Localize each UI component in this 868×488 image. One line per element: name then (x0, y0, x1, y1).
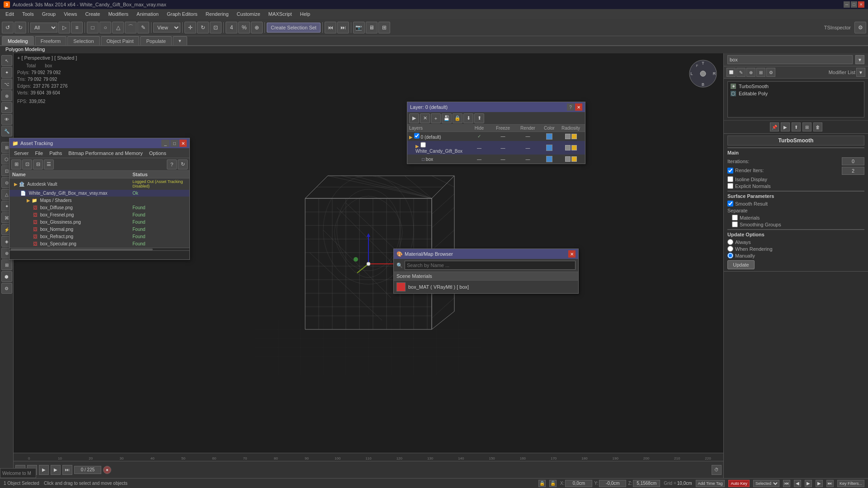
show-result-btn[interactable]: ⬆ (792, 122, 801, 131)
layer-color-gift-box[interactable] (540, 145, 558, 151)
menu-rendering[interactable]: Rendering (202, 10, 232, 18)
asset-row-glossiness[interactable]: 🖼 box_Glossiness.png Found (9, 219, 189, 226)
snap3-button[interactable]: ⊕ (251, 22, 263, 33)
redo-button[interactable]: ↻ (14, 22, 26, 33)
pin-stack-btn[interactable]: 📌 (770, 122, 779, 131)
mod-icon-2[interactable]: ✎ (736, 68, 745, 77)
tab-object-paint[interactable]: Object Paint (101, 36, 140, 45)
filter-select[interactable]: All (30, 23, 57, 33)
play-btn[interactable]: ▶ (39, 465, 49, 475)
modifier-turbosmooth[interactable]: ✦ TurboSmooth (729, 83, 863, 90)
select-name-button[interactable]: ≡ (71, 22, 83, 33)
menu-modifiers[interactable]: Modifiers (104, 10, 132, 18)
time-config-btn[interactable]: ⏱ (712, 465, 722, 475)
circ-sel-button[interactable]: ○ (99, 22, 111, 33)
mod-icon-4[interactable]: ⊞ (756, 68, 765, 77)
pb-end[interactable]: ⏭ (826, 480, 834, 487)
move-button[interactable]: ✛ (184, 22, 196, 33)
pb-start[interactable]: ⏮ (783, 480, 790, 487)
frame-input[interactable] (74, 466, 101, 474)
menu-create[interactable]: Create (81, 10, 104, 18)
mod-icon-3[interactable]: ⊕ (746, 68, 755, 77)
explicit-check[interactable] (727, 183, 733, 189)
asset-row-normal[interactable]: 🖼 box_Normal.png Found (9, 226, 189, 233)
modifier-editable-poly[interactable]: ⬡ Editable Poly (729, 90, 863, 97)
rect-sel-button[interactable]: □ (87, 22, 99, 33)
viewport-nav[interactable]: T R B L F (687, 58, 719, 89)
layer-tb-delete[interactable]: ✕ (420, 113, 430, 123)
render3-btn[interactable]: ⊞ (378, 22, 390, 33)
isoline-check[interactable] (727, 176, 733, 182)
keyframe-btn[interactable]: ● (103, 466, 111, 474)
scale-button[interactable]: ⊡ (210, 22, 222, 33)
next-frame-btn[interactable]: ⏭ (337, 22, 349, 33)
prev-frame-btn[interactable]: ⏮ (325, 22, 336, 33)
asset-row-fresnel[interactable]: 🖼 box_Fresnel.png Found (9, 211, 189, 219)
tab-modeling[interactable]: Modeling (2, 36, 34, 45)
asset-row-refract[interactable]: 🖼 box_Refract.png Found (9, 233, 189, 240)
menu-maxscript[interactable]: MAXScript (265, 10, 296, 18)
smoothing-groups-check[interactable] (732, 221, 738, 227)
asset-close-btn[interactable]: ✕ (179, 140, 187, 147)
show-end-btn[interactable]: ▶ (781, 122, 790, 131)
select-button[interactable]: ▷ (58, 22, 70, 33)
sidebar-select-btn[interactable]: ↖ (1, 55, 12, 66)
sidebar-motion-btn[interactable]: ▶ (1, 102, 12, 113)
menu-help[interactable]: Help (297, 10, 314, 18)
key-filters-btn[interactable]: Key Filters... (837, 480, 864, 487)
iterations-input[interactable] (842, 157, 864, 165)
mod-icon-5[interactable]: ⚙ (766, 68, 775, 77)
sidebar-util-btn[interactable]: 🔧 (1, 126, 12, 136)
sidebar-extra13-btn[interactable]: ⚙ (1, 283, 12, 294)
minimize-button[interactable]: ─ (844, 1, 850, 8)
z-input[interactable] (633, 480, 660, 487)
tab-freeform[interactable]: Freeform (35, 36, 67, 45)
layer-row-default[interactable]: ▶ 0 (default) ✓ — — (407, 132, 585, 141)
tab-selection[interactable]: Selection (67, 36, 99, 45)
asset-tb-help[interactable]: ? (167, 160, 177, 169)
layer-tb-down[interactable]: ⬇ (463, 113, 473, 123)
selected-dropdown[interactable]: Selected (753, 480, 779, 487)
asset-maximize-btn[interactable]: □ (170, 140, 179, 147)
asset-row-diffuse[interactable]: 🖼 box_Diffuse.png Found (9, 204, 189, 211)
menu-customize[interactable]: Customize (233, 10, 264, 18)
asset-menu-paths[interactable]: Paths (47, 150, 65, 157)
asset-menu-bitmap[interactable]: Bitmap Performance and Memory (66, 150, 145, 157)
x-input[interactable] (565, 480, 592, 487)
snap-button[interactable]: 4 (226, 22, 237, 33)
asset-row-specular[interactable]: 🖼 box_Specular.png Found (9, 240, 189, 248)
pb-prev[interactable]: ◀ (794, 480, 801, 487)
layer-check-gift-box[interactable] (420, 142, 426, 148)
materials-check[interactable] (732, 215, 738, 221)
asset-tb-refresh[interactable]: ↻ (178, 160, 188, 169)
layer-tb-save[interactable]: 💾 (442, 113, 452, 123)
layer-color-box[interactable] (540, 156, 558, 162)
go-end-btn[interactable]: ⏭ (62, 465, 72, 475)
object-name-dropdown[interactable]: ▼ (855, 55, 864, 64)
layer-tb-add[interactable]: + (431, 113, 441, 123)
sidebar-extra11-btn[interactable]: ⊞ (1, 259, 12, 270)
asset-tb-2[interactable]: ⊡ (22, 160, 32, 169)
sidebar-hierarchy-btn[interactable]: ⊕ (1, 90, 12, 101)
tab-populate[interactable]: Populate (140, 36, 171, 45)
layer-color-default[interactable] (540, 133, 558, 140)
render2-btn[interactable]: 🖥 (366, 22, 377, 33)
layer-row-box[interactable]: □ box — — — (407, 155, 585, 164)
object-name-input[interactable] (727, 55, 853, 64)
asset-tb-1[interactable]: ⊞ (11, 160, 21, 169)
asset-menu-options[interactable]: Options (146, 150, 169, 157)
mod-icon-1[interactable]: 🔲 (726, 68, 736, 77)
mat-search-input[interactable] (405, 261, 576, 270)
asset-tb-3[interactable]: ⊟ (33, 160, 43, 169)
render-iters-input[interactable] (842, 167, 864, 175)
render1-btn[interactable]: 📷 (353, 22, 365, 33)
menu-group[interactable]: Group (38, 10, 60, 18)
paint-sel-button[interactable]: ✎ (137, 22, 149, 33)
asset-row-maps-folder[interactable]: ▶ 📁 Maps / Shaders (9, 197, 189, 204)
snap2-button[interactable]: % (238, 22, 250, 33)
render-iters-check[interactable] (727, 168, 733, 174)
layer-help-btn[interactable]: ? (567, 103, 574, 111)
auto-key-btn[interactable]: Auto Key (728, 480, 750, 487)
layer-check-default[interactable] (414, 133, 420, 139)
create-selection-button[interactable]: Create Selection Set (267, 23, 321, 33)
